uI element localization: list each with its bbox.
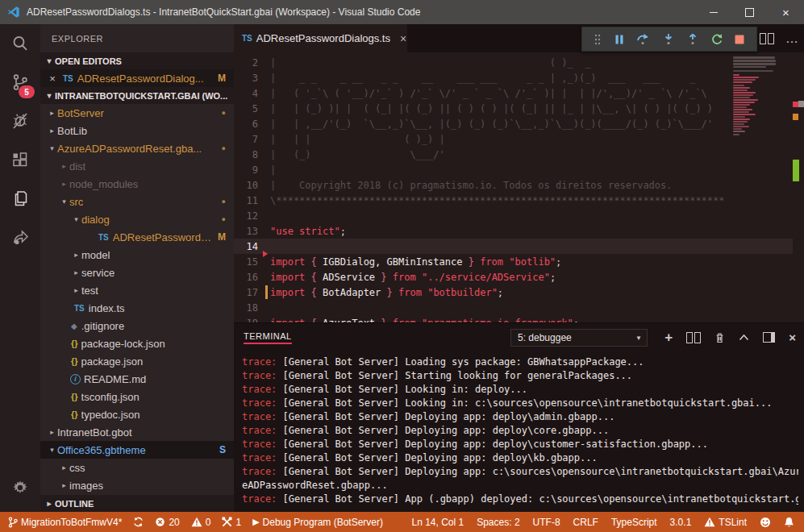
code-editor[interactable]: 2| ( )_ _3| _ _ _ __ _ _ __ ___ ___ _ _ … bbox=[234, 52, 804, 322]
code-line[interactable]: 12 bbox=[234, 208, 793, 223]
code-line[interactable]: 4| ( '_`\ ( '__)/'_` ) /'_` \/' _ ` _ `\… bbox=[234, 85, 793, 101]
git-branch-status[interactable]: MigrationToBotFmwV4* bbox=[8, 517, 122, 528]
maximize-button[interactable] bbox=[731, 0, 768, 24]
warning-count: 0 bbox=[206, 517, 211, 528]
errors-status[interactable]: 20 bbox=[155, 517, 179, 528]
code-line[interactable]: 6| | ,__/'(_) `\__,_)`\__, |(_) (_) (_)`… bbox=[234, 116, 793, 131]
minimap-line bbox=[733, 102, 755, 103]
section-outline[interactable]: ▸ OUTLINE bbox=[40, 495, 234, 512]
close-panel-button[interactable]: × bbox=[789, 330, 796, 344]
activity-debug[interactable] bbox=[0, 102, 40, 140]
line-number: 3 bbox=[234, 73, 258, 84]
tree-item[interactable]: ▸dist bbox=[40, 157, 234, 175]
cursor-position-status[interactable]: Ln 14, Col 1 bbox=[411, 517, 464, 528]
tree-item[interactable]: iREADME.md bbox=[40, 370, 234, 388]
toggle-panel-position-button[interactable] bbox=[763, 332, 775, 343]
split-editor-button[interactable] bbox=[760, 33, 774, 44]
tree-item[interactable]: ▸node_modules bbox=[40, 175, 234, 193]
pause-button[interactable] bbox=[613, 33, 626, 46]
tree-item[interactable]: ▸images bbox=[40, 476, 234, 494]
minimize-icon bbox=[710, 12, 718, 13]
maximize-panel-button[interactable] bbox=[739, 334, 749, 341]
tree-item[interactable]: {}typedoc.json bbox=[40, 405, 234, 423]
split-terminal-button[interactable] bbox=[686, 332, 701, 343]
tree-item[interactable]: ▸service bbox=[40, 264, 234, 281]
activity-share[interactable] bbox=[0, 218, 40, 256]
stop-button[interactable] bbox=[734, 34, 745, 45]
section-workspace[interactable]: ▾ INTRANETBOTQUICKSTART.GBAI (WO... bbox=[40, 87, 234, 104]
minimize-button[interactable] bbox=[695, 0, 731, 24]
tab-adresetpassworddialogs[interactable]: TS ADResetPasswordDialogs.ts × bbox=[234, 24, 407, 52]
tree-item[interactable]: ▾AzureADPasswordReset.gba...● bbox=[40, 139, 234, 157]
minimap[interactable] bbox=[730, 52, 793, 322]
code-line[interactable]: 16import { ADService } from "../service/… bbox=[234, 269, 793, 285]
code-line[interactable]: 15import { IGBDialog, GBMinInstance } fr… bbox=[234, 254, 793, 269]
tree-item[interactable]: ▸css bbox=[40, 459, 234, 476]
tree-item[interactable]: ▸test bbox=[40, 281, 234, 299]
step-into-button[interactable] bbox=[662, 33, 675, 46]
activity-search[interactable] bbox=[0, 24, 40, 63]
tree-item[interactable]: ▾Office365.gbthemeS bbox=[40, 441, 234, 459]
debug-status[interactable]: ▶ Debug Program (BotServer) bbox=[252, 517, 383, 528]
tree-item[interactable]: ▾dialog● bbox=[40, 210, 234, 228]
section-open-editors[interactable]: ▾ OPEN EDITORS bbox=[40, 52, 234, 69]
sync-status[interactable] bbox=[133, 517, 144, 527]
toolbar-grip-handle[interactable] bbox=[594, 33, 602, 46]
open-editor-item[interactable]: × TS ADResetPasswordDialog... M bbox=[40, 69, 234, 87]
editor-more-actions-button[interactable]: … bbox=[785, 31, 799, 46]
code-line[interactable]: 19import { AzureText } from "pragmatismo… bbox=[234, 315, 793, 322]
tree-item[interactable]: TSADResetPasswordDial...M bbox=[40, 228, 234, 246]
code-line[interactable]: 18 bbox=[234, 300, 793, 315]
tslint-status[interactable]: TSLint bbox=[704, 517, 747, 528]
terminal-select[interactable]: 5: debuggee ▼ bbox=[510, 329, 648, 347]
code-line[interactable]: 2| ( )_ _ bbox=[234, 55, 793, 70]
step-out-button[interactable] bbox=[686, 33, 699, 46]
tree-item[interactable]: ▸BotLib bbox=[40, 122, 234, 139]
tree-item[interactable]: ◆.gitignore bbox=[40, 317, 234, 335]
language-status[interactable]: TypeScript bbox=[611, 517, 657, 528]
close-button[interactable]: × bbox=[768, 0, 804, 24]
tree-item[interactable]: ▸BotServer● bbox=[40, 104, 234, 122]
eol-status[interactable]: CRLF bbox=[573, 517, 598, 528]
feedback-smiley-button[interactable] bbox=[760, 517, 771, 528]
activity-extensions[interactable] bbox=[0, 140, 40, 179]
tree-item[interactable]: ▸model bbox=[40, 246, 234, 264]
code-line[interactable]: 11\*************************************… bbox=[234, 193, 793, 208]
code-line[interactable]: 9| bbox=[234, 162, 793, 177]
new-terminal-button[interactable]: + bbox=[664, 330, 673, 346]
code-line[interactable]: 10| Copyright 2018 (c) pragmatismo.io. T… bbox=[234, 177, 793, 193]
code-line[interactable]: 5| | (_) )| | ( (_| |( (_) || ( ) ( ) |(… bbox=[234, 101, 793, 116]
settings-gear-button[interactable] bbox=[0, 473, 40, 502]
code-line[interactable]: 17import { BotAdapter } from "botbuilder… bbox=[234, 285, 793, 300]
tab-close-icon[interactable]: × bbox=[400, 32, 406, 45]
code-line[interactable]: 8| (_) \___/' bbox=[234, 147, 793, 162]
kill-terminal-button[interactable] bbox=[714, 332, 725, 343]
code-line[interactable]: 7| | | ( )_) | bbox=[234, 131, 793, 147]
typescript-version-status[interactable]: 3.0.1 bbox=[670, 517, 692, 528]
encoding-status[interactable]: UTF-8 bbox=[533, 517, 560, 528]
indentation-status[interactable]: Spaces: 2 bbox=[477, 517, 519, 528]
chevron-down-icon: ▾ bbox=[44, 91, 55, 100]
tree-item[interactable]: ▸IntranetBot.gbot bbox=[40, 423, 234, 441]
code-line[interactable]: 3| _ _ _ __ _ _ __ ___ ___ _ _ | ,_)(_) … bbox=[234, 70, 793, 85]
tab-terminal[interactable]: TERMINAL bbox=[244, 331, 292, 344]
close-editor-icon[interactable]: × bbox=[47, 73, 58, 85]
warnings-status[interactable]: 0 bbox=[191, 517, 211, 528]
tree-item[interactable]: {}tsconfig.json bbox=[40, 388, 234, 405]
overview-ruler-scrollbar[interactable] bbox=[793, 52, 804, 322]
activity-files[interactable] bbox=[0, 179, 40, 218]
tree-item[interactable]: TSindex.ts bbox=[40, 299, 234, 317]
terminal-output[interactable]: trace: [General Bot Server] Loading sys … bbox=[242, 355, 798, 506]
search-icon bbox=[10, 34, 30, 53]
code-line[interactable]: 13"use strict"; bbox=[234, 223, 793, 239]
tree-item[interactable]: {}package-lock.json bbox=[40, 335, 234, 352]
step-over-button[interactable] bbox=[636, 33, 651, 46]
activity-source-control[interactable]: 5 bbox=[0, 63, 40, 102]
notifications-bell-button[interactable] bbox=[784, 517, 794, 528]
tree-item[interactable]: ▾src● bbox=[40, 193, 234, 210]
gitignore-icon: ◆ bbox=[71, 322, 77, 330]
tasks-status[interactable]: 1 bbox=[222, 517, 241, 528]
code-line[interactable]: 14 bbox=[234, 239, 793, 254]
tree-item[interactable]: {}package.json bbox=[40, 352, 234, 370]
restart-button[interactable] bbox=[710, 33, 723, 46]
